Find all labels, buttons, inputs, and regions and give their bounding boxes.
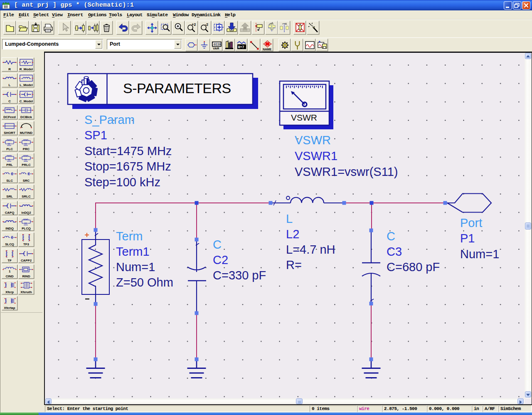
svg-text:1: 1 [9,269,11,273]
svg-text:OIIO: OIIO [214,43,221,46]
svg-text:Term: Term [116,230,143,243]
svg-text:Num=1: Num=1 [460,247,499,261]
svg-text:C: C [387,230,395,243]
svg-text:Term1: Term1 [116,245,150,258]
svg-text:Stop=1675 MHz: Stop=1675 MHz [84,160,171,173]
svg-text:C=680 pF: C=680 pF [387,260,440,274]
svg-text:Num=1: Num=1 [116,260,155,274]
svg-text:P1: P1 [460,232,475,245]
svg-text:VSWR1: VSWR1 [295,149,337,163]
svg-text:R=: R= [286,258,302,272]
svg-text:S_Param: S_Param [84,113,135,126]
svg-text:R=7: R=7 [238,45,244,49]
svg-text:Port: Port [460,216,482,230]
svg-text:C=330 pF: C=330 pF [213,269,266,282]
svg-text:L: L [286,212,293,225]
svg-text:VSWR: VSWR [295,133,331,147]
svg-text:C2: C2 [213,253,228,267]
svg-text:NAME: NAME [263,47,271,51]
svg-text:Step=100 kHz: Step=100 kHz [84,175,160,189]
svg-text:VSWR: VSWR [291,113,317,122]
svg-text:Z=50 Ohm: Z=50 Ohm [116,276,173,289]
svg-text:S-PARAMETERS: S-PARAMETERS [123,80,231,96]
svg-text:VSWR1=vswr(S11): VSWR1=vswr(S11) [295,165,398,178]
svg-text:L=4.7 nH: L=4.7 nH [286,243,335,256]
svg-text:Start=1475 MHz: Start=1475 MHz [84,144,172,158]
svg-text:C: C [213,238,222,251]
svg-text:VAR: VAR [213,47,219,50]
svg-text:SP1: SP1 [84,128,107,142]
svg-text:L2: L2 [286,227,299,241]
svg-text:C3: C3 [387,245,402,258]
